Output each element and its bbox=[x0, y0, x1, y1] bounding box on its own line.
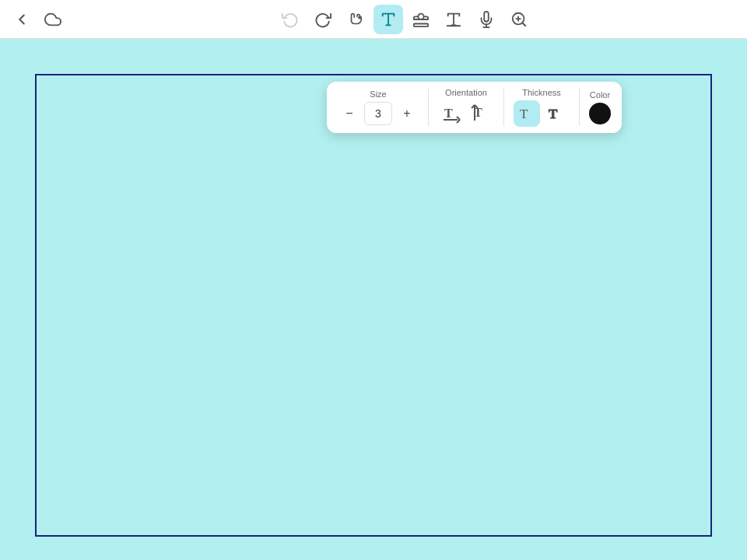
orientation-horizontal-button[interactable]: T bbox=[438, 100, 465, 127]
color-controls bbox=[589, 103, 611, 124]
thickness-section: Thickness T T bbox=[514, 88, 570, 127]
size-controls: − 3 + bbox=[338, 102, 419, 125]
orientation-section: Orientation T T bbox=[438, 88, 494, 127]
canvas-area[interactable]: Size − 3 + Orientation T bbox=[0, 39, 747, 560]
document-page bbox=[35, 74, 712, 537]
size-increase-button[interactable]: + bbox=[395, 102, 419, 125]
size-value-display: 3 bbox=[364, 102, 392, 125]
svg-point-3 bbox=[418, 13, 423, 19]
orientation-label: Orientation bbox=[445, 88, 487, 97]
nav-buttons bbox=[9, 7, 65, 32]
floating-toolbar: Size − 3 + Orientation T bbox=[327, 82, 622, 133]
color-picker-button[interactable] bbox=[589, 103, 611, 124]
text-tool-button[interactable] bbox=[374, 5, 403, 34]
thickness-thick-button[interactable]: T bbox=[543, 100, 570, 127]
thickness-controls: T T bbox=[514, 100, 570, 127]
tool-buttons bbox=[72, 5, 738, 34]
hand-tool-button[interactable] bbox=[341, 5, 370, 34]
divider-1 bbox=[428, 89, 429, 126]
svg-line-11 bbox=[522, 23, 525, 26]
back-button[interactable] bbox=[9, 7, 34, 32]
color-label: Color bbox=[590, 90, 610, 100]
size-section: Size − 3 + bbox=[338, 89, 419, 125]
svg-text:T: T bbox=[549, 107, 558, 121]
divider-2 bbox=[503, 89, 504, 126]
divider-3 bbox=[579, 89, 580, 126]
color-section: Color bbox=[589, 90, 611, 124]
highlight-tool-button[interactable] bbox=[439, 5, 468, 34]
mic-button[interactable] bbox=[472, 5, 501, 34]
size-decrease-button[interactable]: − bbox=[338, 102, 361, 125]
svg-text:T: T bbox=[444, 107, 453, 120]
thickness-thin-button[interactable]: T bbox=[514, 100, 540, 127]
top-bar bbox=[0, 0, 747, 39]
thickness-label: Thickness bbox=[522, 88, 561, 97]
orientation-vertical-button[interactable]: T bbox=[468, 100, 494, 127]
svg-rect-4 bbox=[414, 23, 428, 26]
redo-button[interactable] bbox=[308, 5, 338, 34]
undo-button[interactable] bbox=[275, 5, 305, 34]
stamp-tool-button[interactable] bbox=[406, 5, 436, 34]
orientation-controls: T T bbox=[438, 100, 494, 127]
cloud-button[interactable] bbox=[40, 7, 65, 32]
size-label: Size bbox=[370, 89, 386, 99]
svg-text:T: T bbox=[520, 107, 528, 121]
zoom-button[interactable] bbox=[504, 5, 534, 34]
